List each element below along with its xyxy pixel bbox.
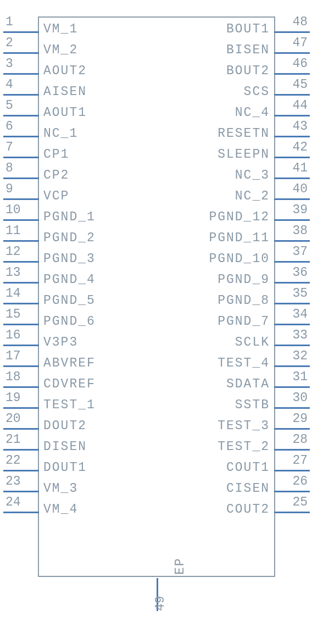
pin-lead[interactable] <box>3 240 39 242</box>
pin-lead[interactable] <box>274 407 310 409</box>
pin-lead[interactable] <box>3 52 39 54</box>
pin-lead[interactable] <box>274 470 310 471</box>
pin-lead[interactable] <box>3 365 39 367</box>
pin-lead[interactable] <box>274 261 310 263</box>
pin-label: PGND_7 <box>218 314 270 329</box>
pin-number: 20 <box>3 412 36 426</box>
pin-lead[interactable] <box>274 31 310 33</box>
pin-label: CP1 <box>43 147 69 162</box>
pin-lead[interactable] <box>3 198 39 200</box>
pin-number: 28 <box>277 432 310 447</box>
pin-lead[interactable] <box>274 282 310 284</box>
pin-label: SCLK <box>235 335 270 349</box>
pin-label: COUT1 <box>226 460 270 475</box>
pin-lead[interactable] <box>274 386 310 388</box>
pin-number: 3 <box>3 57 36 71</box>
pin-label: AOUT2 <box>43 64 87 78</box>
pin-lead[interactable] <box>274 345 310 346</box>
pin-lead[interactable] <box>3 303 39 304</box>
pin-label: CP2 <box>43 168 69 182</box>
pin-number: 14 <box>3 286 36 301</box>
pin-row: 7CP142SLEEPN <box>39 143 274 164</box>
pin-lead[interactable] <box>3 512 39 513</box>
pin-lead[interactable] <box>3 428 39 430</box>
pin-label: AISEN <box>43 85 87 99</box>
pin-number: 25 <box>277 495 310 509</box>
pin-label: PGND_9 <box>218 273 270 287</box>
pin-row: 20DOUT229TEST_3 <box>39 414 274 435</box>
pin-number: 43 <box>277 119 310 134</box>
pin-label: PGND_8 <box>218 293 270 308</box>
pin-lead[interactable] <box>274 324 310 325</box>
pin-lead[interactable] <box>274 94 310 96</box>
pin-label: NC_1 <box>43 126 78 141</box>
pin-number: 31 <box>277 370 310 384</box>
pin-lead[interactable] <box>274 115 310 116</box>
pin-number: 2 <box>3 36 36 50</box>
pin-number: 27 <box>277 453 310 468</box>
pin-label: PGND_6 <box>43 314 96 329</box>
pin-lead[interactable] <box>274 428 310 430</box>
pin-number: 15 <box>3 307 36 321</box>
pin-lead[interactable] <box>3 324 39 325</box>
pin-number: 41 <box>277 161 310 175</box>
pin-lead[interactable] <box>274 52 310 54</box>
pin-number: 5 <box>3 98 36 113</box>
pin-lead[interactable] <box>274 198 310 200</box>
pin-row: 11PGND_238PGND_11 <box>39 226 274 247</box>
pin-label: PGND_5 <box>43 293 96 308</box>
pin-row: 5AOUT144NC_4 <box>39 101 274 122</box>
pin-lead[interactable] <box>274 73 310 75</box>
pin-number: 18 <box>3 370 36 384</box>
pin-number: 46 <box>277 57 310 71</box>
pin-number: 8 <box>3 161 36 175</box>
pin-label: CDVREF <box>43 377 96 391</box>
pin-number: 42 <box>277 140 310 154</box>
pin-lead[interactable] <box>3 261 39 263</box>
pin-lead[interactable] <box>3 31 39 33</box>
pin-label: BISEN <box>226 43 270 57</box>
pin-lead[interactable] <box>3 136 39 137</box>
pin-lead[interactable] <box>3 282 39 284</box>
pin-lead[interactable] <box>3 345 39 346</box>
pin-lead[interactable] <box>3 115 39 116</box>
pin-lead[interactable] <box>3 177 39 179</box>
pin-row: 16V3P333SCLK <box>39 331 274 352</box>
pin-lead[interactable] <box>3 470 39 471</box>
pin-number: 1 <box>3 15 36 29</box>
pin-number: 17 <box>3 349 36 363</box>
pin-lead[interactable] <box>274 303 310 304</box>
pin-lead[interactable] <box>274 177 310 179</box>
pin-row: 15PGND_634PGND_7 <box>39 310 274 331</box>
pin-lead[interactable] <box>3 449 39 451</box>
pin-lead[interactable] <box>3 94 39 96</box>
pin-lead[interactable] <box>3 491 39 492</box>
pin-number: 34 <box>277 307 310 321</box>
pin-lead[interactable] <box>274 512 310 513</box>
pin-number: 38 <box>277 224 310 238</box>
pin-row: 24VM_425COUT2 <box>39 498 274 519</box>
pin-number: 24 <box>3 495 36 509</box>
pin-lead[interactable] <box>274 449 310 451</box>
pin-lead[interactable] <box>274 365 310 367</box>
pin-number: 26 <box>277 474 310 488</box>
pin-lead[interactable] <box>274 491 310 492</box>
pin-number: 33 <box>277 328 310 342</box>
pin-lead[interactable] <box>3 386 39 388</box>
pin-row: 17ABVREF32TEST_4 <box>39 352 274 373</box>
pin-lead[interactable] <box>274 136 310 137</box>
pin-label: DOUT1 <box>43 460 87 475</box>
pin-lead[interactable] <box>3 157 39 158</box>
pin-number: 32 <box>277 349 310 363</box>
pin-number: 21 <box>3 432 36 447</box>
pin-lead[interactable] <box>274 240 310 242</box>
pin-lead[interactable] <box>274 157 310 158</box>
pin-lead[interactable] <box>3 219 39 221</box>
pin-label: VM_1 <box>43 22 78 36</box>
pin-label: DOUT2 <box>43 419 87 433</box>
pin-lead[interactable] <box>3 73 39 75</box>
pin-lead[interactable] <box>3 407 39 409</box>
pin-row: 12PGND_337PGND_10 <box>39 247 274 268</box>
pin-lead[interactable] <box>274 219 310 221</box>
pin-row: 23VM_326CISEN <box>39 477 274 498</box>
